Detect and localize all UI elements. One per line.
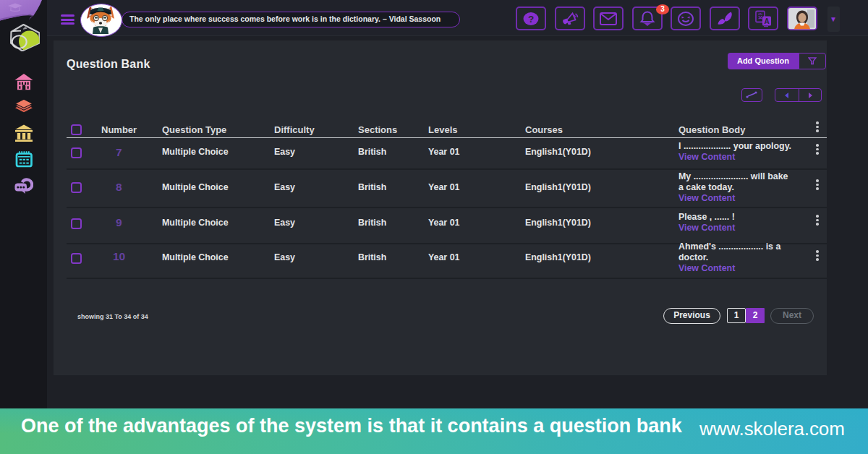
svg-text:A: A bbox=[764, 17, 769, 25]
svg-text:?: ? bbox=[528, 13, 534, 24]
